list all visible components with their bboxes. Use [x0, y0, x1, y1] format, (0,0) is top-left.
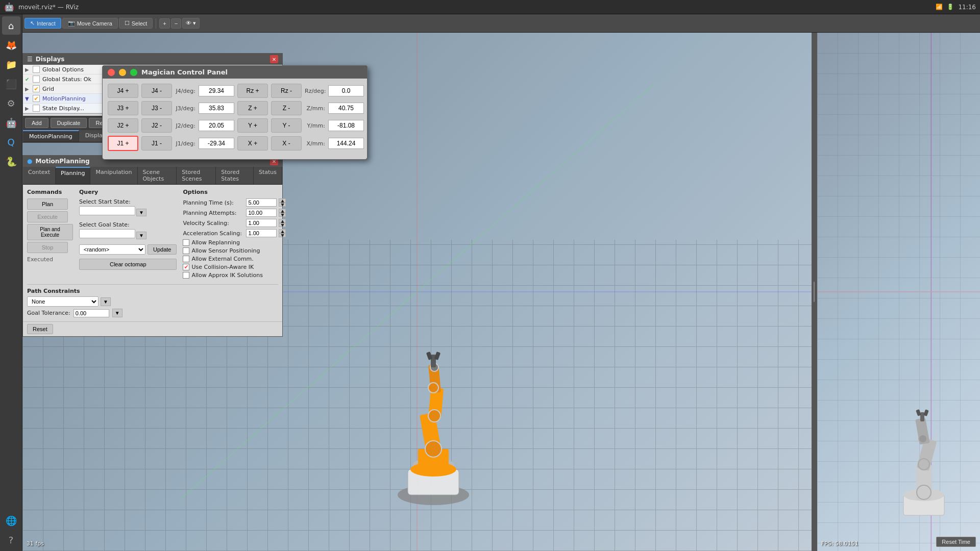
j4-plus-btn[interactable]: J4 +: [108, 84, 138, 98]
status-tab[interactable]: Status: [254, 167, 282, 184]
rz-deg-input[interactable]: [328, 85, 364, 96]
mac-close-btn[interactable]: [108, 69, 115, 76]
global-status-checkbox[interactable]: [33, 76, 40, 83]
allow-sensor-checkbox[interactable]: [183, 247, 189, 254]
add-display-button[interactable]: Add: [25, 118, 48, 128]
y-mm-input[interactable]: [328, 120, 364, 131]
j4-deg-input[interactable]: [199, 85, 234, 96]
viewport-separator[interactable]: [812, 33, 817, 551]
reset-time-button[interactable]: Reset Time: [936, 537, 976, 547]
cursor-icon: ↖: [30, 20, 35, 27]
j3-minus-btn[interactable]: J3 -: [141, 101, 172, 115]
mac-min-btn[interactable]: [119, 69, 126, 76]
allow-external-checkbox[interactable]: [183, 256, 189, 262]
j4-minus-btn[interactable]: J4 -: [141, 84, 172, 98]
mac-max-btn[interactable]: [130, 69, 137, 76]
toolbar-plus[interactable]: +: [159, 18, 169, 29]
duplicate-display-button[interactable]: Duplicate: [51, 118, 87, 128]
stored-scenes-tab[interactable]: Stored Scenes: [177, 167, 216, 184]
y-minus-btn[interactable]: Y -: [271, 118, 302, 133]
displays-title[interactable]: ☰ Displays ✕: [23, 54, 282, 65]
dock-settings[interactable]: ⚙: [2, 94, 20, 112]
planning-attempts-down[interactable]: ▼: [279, 213, 286, 217]
z-minus-btn[interactable]: Z -: [271, 101, 302, 115]
allow-replanning-checkbox[interactable]: [183, 239, 189, 246]
rz-plus-btn[interactable]: Rz +: [237, 84, 268, 98]
j3-deg-input[interactable]: [199, 103, 234, 114]
rz-minus-btn[interactable]: Rz -: [271, 84, 302, 98]
clear-octomap-button[interactable]: Clear octomap: [79, 259, 177, 270]
dock-terminal[interactable]: ⬛: [2, 74, 20, 93]
stored-states-tab[interactable]: Stored States: [216, 167, 254, 184]
displays-close-btn[interactable]: ✕: [270, 55, 278, 63]
goal-state-input[interactable]: [79, 229, 135, 238]
dock-python[interactable]: 🐍: [2, 152, 20, 170]
motionplanning-tab[interactable]: MotionPlanning: [23, 130, 79, 142]
start-state-dropdown[interactable]: ▼: [136, 209, 146, 216]
planning-attempts-input[interactable]: [246, 209, 277, 217]
scene-objects-tab[interactable]: Scene Objects: [138, 167, 177, 184]
dock-help[interactable]: ?: [2, 531, 20, 549]
path-constraints-dropdown[interactable]: ▼: [101, 297, 111, 306]
planning-time-down[interactable]: ▼: [279, 203, 286, 207]
accel-down[interactable]: ▼: [279, 233, 286, 237]
interact-button[interactable]: ↖ Interact: [24, 18, 61, 29]
global-options-expand: ▶: [25, 67, 31, 72]
j2-plus-btn[interactable]: J2 +: [108, 118, 138, 133]
options-column: Options Planning Time (s): ▲ ▼: [183, 189, 278, 280]
manipulation-tab[interactable]: Manipulation: [90, 167, 137, 184]
velocity-scaling-input[interactable]: [246, 219, 277, 227]
use-collision-checkbox[interactable]: ✔: [183, 264, 189, 270]
allow-approx-checkbox[interactable]: [183, 272, 189, 279]
dock-qt[interactable]: Q: [2, 133, 20, 151]
j1-minus-btn[interactable]: J1 -: [141, 136, 172, 151]
right-viewport[interactable]: FPS: 58.0151 Reset Time: [817, 33, 980, 551]
j1-plus-btn[interactable]: J1 +: [108, 136, 138, 151]
z-mm-input[interactable]: [328, 103, 364, 114]
grid-checkbox[interactable]: ✔: [33, 85, 40, 92]
select-button[interactable]: ☐ Select: [119, 18, 153, 29]
planning-tab[interactable]: Planning: [56, 167, 90, 184]
velocity-down[interactable]: ▼: [279, 223, 286, 227]
x-minus-btn[interactable]: X -: [271, 136, 302, 151]
stop-button[interactable]: Stop: [27, 242, 68, 253]
x-plus-btn[interactable]: X +: [237, 136, 268, 151]
plan-button[interactable]: Plan: [27, 198, 68, 210]
sub-checkbox[interactable]: [33, 105, 40, 112]
goal-state-dropdown[interactable]: ▼: [136, 232, 146, 239]
execute-button[interactable]: Execute: [27, 211, 68, 222]
toolbar-minus[interactable]: −: [171, 18, 181, 29]
accel-scaling-input[interactable]: [246, 229, 277, 237]
path-constraints-select[interactable]: None: [27, 296, 99, 307]
dock-home[interactable]: ⌂: [2, 16, 20, 35]
y-plus-btn[interactable]: Y +: [237, 118, 268, 133]
move-camera-button[interactable]: 📷 Move Camera: [62, 18, 118, 29]
start-state-input[interactable]: [79, 206, 135, 215]
motionplanning-checkbox[interactable]: ✔: [33, 95, 40, 102]
x-mm-input[interactable]: [328, 138, 364, 149]
j2-deg-input[interactable]: [199, 120, 234, 131]
dock-network[interactable]: 🌐: [2, 511, 20, 530]
dock-robot[interactable]: 🤖: [2, 113, 20, 132]
context-tab[interactable]: Context: [23, 167, 56, 184]
j1-deg-input[interactable]: [199, 138, 234, 149]
j1-deg-label: J1/deg:: [175, 140, 195, 147]
goal-select[interactable]: <random>: [79, 244, 145, 255]
goal-tolerance-input[interactable]: [74, 309, 109, 317]
j2-minus-btn[interactable]: J2 -: [141, 118, 172, 133]
z-plus-btn[interactable]: Z +: [237, 101, 268, 115]
toolbar-view[interactable]: 👁 ▾: [182, 18, 200, 29]
dock-files[interactable]: 📁: [2, 55, 20, 73]
magician-panel-title[interactable]: Magician Control Panel: [103, 66, 367, 79]
update-button[interactable]: Update: [148, 244, 177, 255]
dock-browser[interactable]: 🦊: [2, 36, 20, 54]
query-header: Query: [79, 189, 177, 195]
plan-execute-button[interactable]: Plan and Execute: [27, 224, 73, 240]
planning-time-input[interactable]: [246, 198, 277, 207]
j2-deg-label: J2/deg:: [175, 122, 195, 129]
reset-button[interactable]: Reset: [27, 324, 53, 334]
svg-point-27: [917, 485, 931, 499]
tolerance-spin[interactable]: ▼: [112, 309, 122, 317]
global-options-checkbox[interactable]: [33, 66, 40, 73]
j3-plus-btn[interactable]: J3 +: [108, 101, 138, 115]
